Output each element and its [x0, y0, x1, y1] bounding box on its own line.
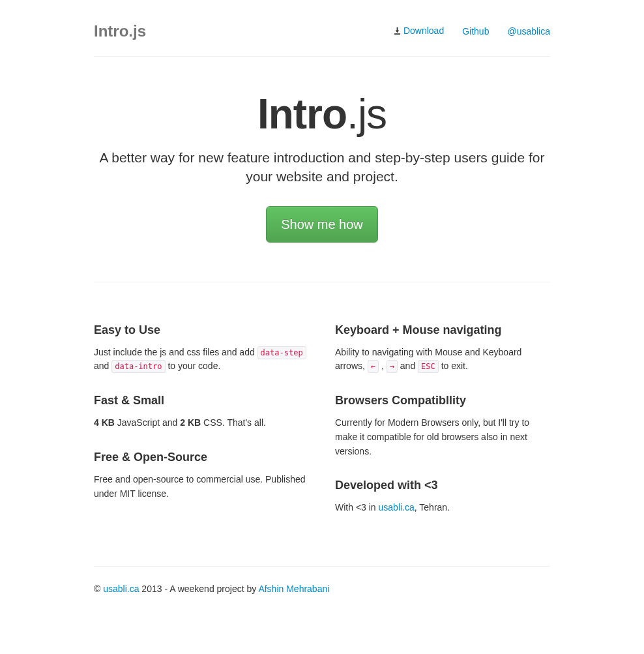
show-me-how-button[interactable]: Show me how — [266, 206, 378, 243]
feature-browsers: Browsers Compatibllity Currently for Mod… — [335, 392, 550, 458]
download-icon — [394, 25, 401, 38]
header: Intro.js Download Github @usablica — [94, 20, 550, 56]
feature-text: With <3 in usabli.ca, Tehran. — [335, 501, 550, 515]
code-data-intro: data-intro — [111, 360, 165, 373]
feature-title: Easy to Use — [94, 321, 309, 339]
features-left-column: Easy to Use Just include the js and css … — [94, 321, 309, 533]
feature-text: Free and open-source to commercial use. … — [94, 473, 309, 501]
feature-title: Free & Open-Source — [94, 449, 309, 466]
features-right-column: Keyboard + Mouse navigating Ability to n… — [335, 321, 550, 533]
download-link[interactable]: Download — [394, 24, 444, 38]
feature-fast: Fast & Small 4 KB JavaScript and 2 KB CS… — [94, 392, 309, 430]
hero: Intro.js A better way for new feature in… — [94, 57, 550, 282]
twitter-link[interactable]: @usablica — [507, 25, 550, 38]
features: Easy to Use Just include the js and css … — [94, 282, 550, 566]
feature-text: 4 KB JavaScript and 2 KB CSS. That's all… — [94, 416, 309, 430]
footer-usablica-link[interactable]: usabli.ca — [103, 584, 139, 594]
feature-title: Developed with <3 — [335, 477, 550, 494]
nav: Download Github @usablica — [394, 24, 550, 38]
feature-developed: Developed with <3 With <3 in usabli.ca, … — [335, 477, 550, 515]
footer-author-link[interactable]: Afshin Mehrabani — [258, 584, 329, 594]
code-right-arrow: → — [387, 360, 398, 373]
feature-text: Just include the js and css files and ad… — [94, 346, 309, 374]
feature-text: Currently for Modern Browsers only, but … — [335, 416, 550, 458]
feature-keyboard: Keyboard + Mouse navigating Ability to n… — [335, 321, 550, 374]
brand-title: Intro.js — [94, 20, 146, 43]
feature-title: Browsers Compatibllity — [335, 392, 550, 409]
code-data-step: data-step — [257, 346, 306, 359]
code-esc: ESC — [418, 360, 439, 373]
footer-text: © usabli.ca 2013 - A weekend project by … — [94, 582, 550, 596]
feature-free: Free & Open-Source Free and open-source … — [94, 449, 309, 501]
usablica-link[interactable]: usabli.ca — [379, 502, 415, 513]
hero-tagline: A better way for new feature introductio… — [94, 148, 550, 186]
feature-title: Fast & Small — [94, 392, 309, 409]
feature-text: Ability to navigating with Mouse and Key… — [335, 346, 550, 374]
github-link[interactable]: Github — [462, 25, 489, 38]
hero-title: Intro.js — [94, 93, 550, 135]
feature-title: Keyboard + Mouse navigating — [335, 321, 550, 339]
code-left-arrow: ← — [368, 360, 379, 373]
download-label: Download — [403, 25, 444, 36]
footer: © usabli.ca 2013 - A weekend project by … — [94, 567, 550, 596]
feature-easy: Easy to Use Just include the js and css … — [94, 321, 309, 374]
